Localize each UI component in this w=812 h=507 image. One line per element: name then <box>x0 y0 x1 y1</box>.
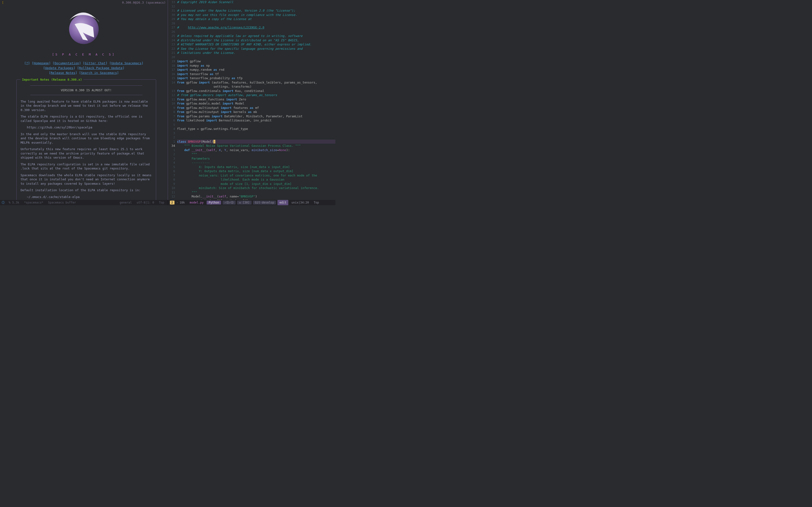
link-update-packages[interactable]: Update Packages <box>45 66 73 70</box>
links-row-3: [Release Notes] [Search in Spacemacs] <box>2 71 166 75</box>
notes-body: The long awaited feature to have stable … <box>20 100 152 199</box>
line-number-gutter: 3332313029282726252423222120191817161514… <box>168 0 177 200</box>
notes-p: In the end only the master branch will u… <box>20 132 152 145</box>
links-row-2: [Update Packages] [Rollback Package Upda… <box>2 66 166 70</box>
modeline-row: ⓘ % 5.3k *spacemacs* Spacemacs buffer ge… <box>0 200 336 205</box>
link-gitter[interactable]: Gitter Chat <box>85 61 106 65</box>
spacemacs-logo-icon <box>63 8 104 49</box>
file-size: 18k <box>179 200 187 205</box>
info-icon: ⓘ <box>1 200 5 205</box>
modified-indicator: % 5.3k <box>6 200 21 205</box>
notes-p: Default installation location of the ELP… <box>20 188 152 192</box>
link-update-spacemacs[interactable]: Update Spacemacs <box>111 61 141 65</box>
mail-icon: ✉ <box>239 201 241 204</box>
version-info: 0.300.0@26.3 (spacemacs) <box>122 0 166 5</box>
important-notes-box: Important Notes (Release 0.300.x) VERSIO… <box>16 79 156 200</box>
mail-badge[interactable]: ✉ [30] <box>237 201 251 205</box>
frame-indicator: [ <box>2 0 4 5</box>
spacemacs-home-pane: [ 0.300.0@26.3 (spacemacs) <box>0 0 168 200</box>
notes-p: Unfortunately this new feature requires … <box>20 147 152 160</box>
warning-count[interactable]: 2 <box>170 201 174 205</box>
evil-state: edit <box>277 200 288 205</box>
git-branch[interactable]: Git-develop <box>253 201 276 205</box>
notes-p: The stable ELPA repository is a Git repo… <box>20 114 152 123</box>
notes-path: ~/.emacs.d/.cache/stable-elpa <box>27 195 152 199</box>
encoding: utf-8 | 1: 0 <box>134 200 157 205</box>
link-release-notes[interactable]: Release Notes <box>51 71 75 74</box>
code-editor-pane[interactable]: 3332313029282726252423222120191817161514… <box>168 0 336 200</box>
buffer-name[interactable]: *spacemacs* <box>21 200 45 205</box>
top-bar: [ 0.300.0@26.3 (spacemacs) <box>0 0 168 5</box>
link-rollback[interactable]: Rollback Package Update <box>79 66 122 70</box>
notes-p: The ELPA repository configuration is set… <box>20 162 152 171</box>
link-search[interactable]: Search in Spacemacs <box>81 71 117 74</box>
link-homepage[interactable]: Homepage <box>34 61 49 65</box>
major-mode: Spacemacs buffer <box>46 200 79 205</box>
code-content[interactable]: # Copyright 2019 Aidan Scannell # Licens… <box>177 0 336 200</box>
notes-banner: VERSION 0.300 IS ALMOST OUT! <box>30 86 142 95</box>
link-help[interactable]: ? <box>26 61 28 65</box>
flycheck-status[interactable]: ✓⓪✓⓪ <box>222 201 236 205</box>
modeline-right[interactable]: 2 - 18k model.py Python ✓⓪✓⓪ ✉ [30] Git-… <box>168 200 336 205</box>
encoding-pos: unix | 34:20 <box>289 200 311 205</box>
spacemacs-logo <box>2 8 166 50</box>
major-mode: Python <box>207 201 221 205</box>
dash-indicator: - <box>176 201 178 205</box>
notes-title: Important Notes (Release 0.300.x) <box>20 77 83 82</box>
buffer-name[interactable]: model.py <box>187 200 206 205</box>
scroll-pos: Top <box>311 200 321 205</box>
spacemacs-title: [S P A C E M A C S] <box>2 52 166 57</box>
link-documentation[interactable]: Documentation <box>54 61 79 65</box>
notes-p: The long awaited feature to have stable … <box>20 100 152 112</box>
scroll-pos: Top <box>157 200 167 205</box>
minor-mode: general <box>117 200 134 205</box>
modeline-left[interactable]: ⓘ % 5.3k *spacemacs* Spacemacs buffer ge… <box>0 200 168 205</box>
notes-url[interactable]: https://github.com/syl20bnr/spacelpa <box>27 125 152 130</box>
links-row-1: [?] [Homepage] [Documentation] [Gitter C… <box>2 61 166 65</box>
notes-p: Spacemacs downloads the whole ELPA stabl… <box>20 173 152 186</box>
